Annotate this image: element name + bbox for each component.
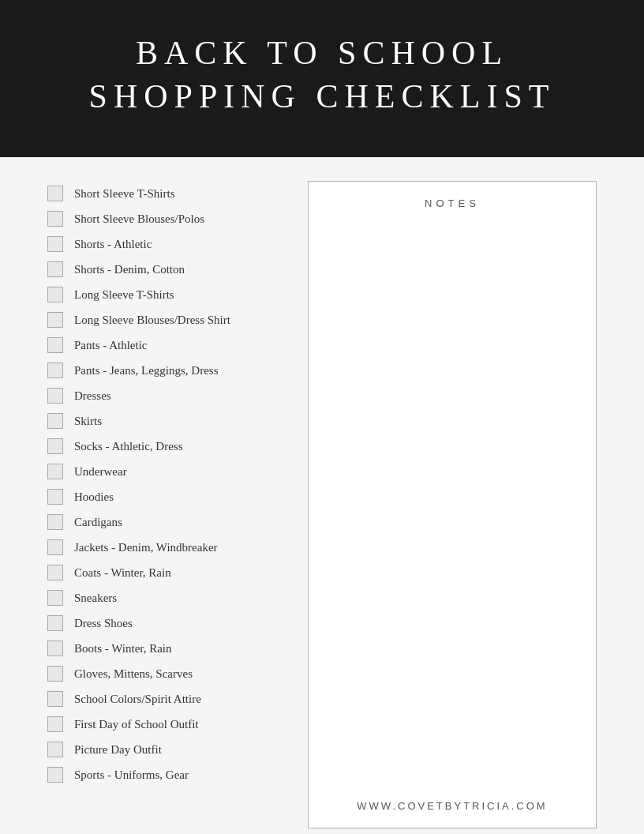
list-item: Short Sleeve T-Shirts: [47, 181, 284, 206]
list-item: Jackets - Denim, Windbreaker: [47, 535, 284, 560]
checkbox[interactable]: [47, 388, 63, 404]
checkbox[interactable]: [47, 211, 63, 227]
item-label: Dress Shoes: [74, 617, 133, 630]
list-item: Pants - Athletic: [47, 332, 284, 358]
item-label: Long Sleeve T-Shirts: [74, 288, 174, 302]
header-title: BACK TO SCHOOL SHOPPING CHECKLIST: [16, 32, 628, 118]
item-label: Short Sleeve T-Shirts: [74, 187, 175, 201]
list-item: Hoodies: [47, 484, 284, 509]
item-label: Coats - Winter, Rain: [74, 566, 171, 580]
list-item: First Day of School Outfit: [47, 712, 284, 737]
item-label: Shorts - Denim, Cotton: [74, 263, 185, 276]
item-label: School Colors/Spirit Attire: [74, 693, 201, 706]
checkbox[interactable]: [47, 615, 63, 631]
checkbox[interactable]: [47, 489, 63, 505]
item-label: Skirts: [74, 415, 102, 428]
list-item: Gloves, Mittens, Scarves: [47, 661, 284, 686]
list-item: Pants - Jeans, Leggings, Dress: [47, 358, 284, 383]
list-item: Picture Day Outfit: [47, 737, 284, 762]
item-label: Jackets - Denim, Windbreaker: [74, 541, 218, 554]
list-item: Sneakers: [47, 585, 284, 610]
checkbox[interactable]: [47, 666, 63, 682]
item-label: Socks - Athletic, Dress: [74, 440, 182, 453]
notes-body: [324, 225, 580, 792]
checkbox[interactable]: [47, 438, 63, 454]
item-label: Dresses: [74, 389, 111, 403]
list-item: Dress Shoes: [47, 610, 284, 636]
list-item: Skirts: [47, 408, 284, 434]
checkbox[interactable]: [47, 691, 63, 707]
checkbox[interactable]: [47, 590, 63, 606]
checkbox[interactable]: [47, 742, 63, 757]
checkbox[interactable]: [47, 641, 63, 656]
list-item: Shorts - Athletic: [47, 231, 284, 257]
notes-section: NOTES WWW.COVETBYTRICIA.COM: [308, 181, 597, 828]
list-item: Short Sleeve Blouses/Polos: [47, 206, 284, 231]
item-label: Gloves, Mittens, Scarves: [74, 667, 193, 681]
checkbox[interactable]: [47, 413, 63, 429]
item-label: Underwear: [74, 465, 127, 479]
checkbox[interactable]: [47, 363, 63, 378]
checkbox[interactable]: [47, 716, 63, 732]
checkbox[interactable]: [47, 236, 63, 252]
item-label: Boots - Winter, Rain: [74, 642, 172, 656]
item-label: Hoodies: [74, 490, 114, 504]
checkbox[interactable]: [47, 514, 63, 530]
item-label: Shorts - Athletic: [74, 238, 152, 251]
item-label: Long Sleeve Blouses/Dress Shirt: [74, 314, 230, 327]
list-item: Shorts - Denim, Cotton: [47, 257, 284, 282]
notes-footer: WWW.COVETBYTRICIA.COM: [324, 792, 580, 812]
checkbox[interactable]: [47, 767, 63, 783]
checkbox[interactable]: [47, 261, 63, 277]
main-content: Short Sleeve T-ShirtsShort Sleeve Blouse…: [0, 157, 644, 834]
list-item: School Colors/Spirit Attire: [47, 686, 284, 712]
item-label: Sports - Uniforms, Gear: [74, 768, 189, 782]
checkbox[interactable]: [47, 464, 63, 479]
list-item: Coats - Winter, Rain: [47, 560, 284, 585]
checklist-section: Short Sleeve T-ShirtsShort Sleeve Blouse…: [47, 181, 284, 828]
list-item: Dresses: [47, 383, 284, 408]
checkbox[interactable]: [47, 287, 63, 302]
item-label: Pants - Jeans, Leggings, Dress: [74, 364, 218, 378]
item-label: Sneakers: [74, 592, 117, 605]
list-item: Underwear: [47, 459, 284, 484]
item-label: Cardigans: [74, 516, 122, 529]
header: BACK TO SCHOOL SHOPPING CHECKLIST: [0, 0, 644, 157]
list-item: Sports - Uniforms, Gear: [47, 762, 284, 787]
item-label: Picture Day Outfit: [74, 743, 162, 757]
item-label: Short Sleeve Blouses/Polos: [74, 212, 204, 226]
list-item: Socks - Athletic, Dress: [47, 434, 284, 459]
item-label: First Day of School Outfit: [74, 718, 199, 731]
item-label: Pants - Athletic: [74, 339, 148, 352]
checkbox[interactable]: [47, 337, 63, 353]
list-item: Long Sleeve Blouses/Dress Shirt: [47, 307, 284, 332]
checkbox[interactable]: [47, 565, 63, 580]
checkbox[interactable]: [47, 186, 63, 201]
checkbox[interactable]: [47, 539, 63, 555]
notes-title: NOTES: [324, 197, 580, 209]
list-item: Long Sleeve T-Shirts: [47, 282, 284, 307]
list-item: Boots - Winter, Rain: [47, 636, 284, 661]
list-item: Cardigans: [47, 509, 284, 535]
checkbox[interactable]: [47, 312, 63, 328]
